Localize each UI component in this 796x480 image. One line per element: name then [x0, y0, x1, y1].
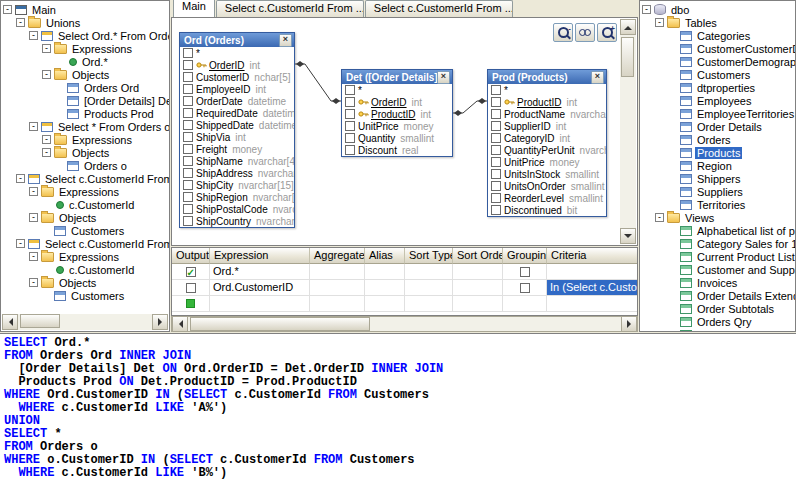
grid-horizontal-scrollbar[interactable] [171, 316, 638, 332]
field-checkbox[interactable] [491, 169, 501, 179]
design-canvas[interactable]: - + Ord (Orders)×*OrderIDintCustomerIDnc… [171, 17, 638, 246]
field-checkbox[interactable] [183, 180, 193, 190]
collapse-icon[interactable]: - [16, 18, 25, 27]
field-checkbox[interactable] [183, 132, 193, 142]
scrollbar-track[interactable] [18, 314, 152, 330]
scrollbar-thumb[interactable] [20, 314, 60, 328]
tree-item-current-product-list[interactable]: Current Product List [640, 250, 795, 263]
close-icon[interactable]: × [279, 34, 292, 47]
cell-alias[interactable] [365, 296, 405, 312]
tree-item-customers[interactable]: Customers [1, 224, 169, 237]
collapse-icon[interactable]: - [16, 239, 25, 248]
field-checkbox[interactable] [491, 157, 501, 167]
collapse-icon[interactable]: - [29, 31, 38, 40]
field-checkbox[interactable] [491, 205, 501, 215]
field-star[interactable]: * [342, 84, 452, 96]
field-unitprice[interactable]: UnitPricemoney [342, 120, 452, 132]
cell-criteria[interactable] [547, 296, 638, 312]
scroll-left-button[interactable] [2, 314, 18, 330]
field-orderdate[interactable]: OrderDatedatetime [180, 95, 294, 107]
scrollbar-track[interactable] [620, 35, 636, 228]
field-unitprice[interactable]: UnitPricemoney [488, 156, 606, 168]
field-orderid[interactable]: OrderIDint [180, 59, 294, 71]
tree-item-tables[interactable]: -Tables [640, 16, 795, 29]
collapse-icon[interactable]: - [29, 213, 38, 222]
table-card-header[interactable]: Prod (Products)× [488, 70, 606, 84]
field-checkbox[interactable] [491, 145, 501, 155]
field-star[interactable]: * [180, 47, 294, 59]
field-quantityperunit[interactable]: QuantityPerUnitnvarchar[20] [488, 144, 606, 156]
cell-grouping[interactable] [503, 280, 547, 296]
collapse-icon[interactable]: - [42, 135, 51, 144]
field-checkbox[interactable] [491, 121, 501, 131]
tree-item-orders-o[interactable]: Orders o [1, 159, 169, 172]
tree-item-alphabetical-list-of-produ[interactable]: Alphabetical list of produ... [640, 224, 795, 237]
tree-item-select-ord-from-orders-o[interactable]: -Select Ord.* From Orders O... [1, 29, 169, 42]
tree-item-categories[interactable]: Categories [640, 29, 795, 42]
column-header-sort-order[interactable]: Sort Order [453, 248, 503, 264]
cell-sort_type[interactable] [405, 296, 453, 312]
cell-sort_order[interactable] [453, 264, 503, 280]
tree-item-suppliers[interactable]: Suppliers [640, 185, 795, 198]
cell-grouping[interactable] [503, 296, 547, 312]
tree-item-unions[interactable]: -Unions [1, 16, 169, 29]
field-checkbox[interactable] [183, 192, 193, 202]
cell-alias[interactable] [365, 280, 405, 296]
tree-item-objects[interactable]: -Objects [1, 211, 169, 224]
field-checkbox[interactable] [183, 216, 193, 226]
close-icon[interactable]: × [437, 71, 450, 84]
output-checkbox-checked[interactable] [186, 267, 196, 277]
column-header-alias[interactable]: Alias [365, 248, 405, 264]
field-discontinued[interactable]: Discontinuedbit [488, 204, 606, 216]
tree-item-order-details-det[interactable]: [Order Details] Det [1, 94, 169, 107]
tree-item-orders-qry[interactable]: Orders Qry [640, 315, 795, 328]
cell-aggregate[interactable] [310, 280, 365, 296]
tree-item-dbo[interactable]: -dbo [640, 3, 795, 16]
field-requireddate[interactable]: RequiredDatedatetime [180, 107, 294, 119]
cell-output[interactable] [172, 296, 210, 312]
tree-item-expressions[interactable]: -Expressions [1, 133, 169, 146]
field-orderid[interactable]: OrderIDint [342, 96, 452, 108]
cell-alias[interactable] [365, 264, 405, 280]
field-unitsonorder[interactable]: UnitsOnOrdersmallint [488, 180, 606, 192]
tree-item-products[interactable]: Products [640, 146, 795, 159]
collapse-icon[interactable]: - [42, 70, 51, 79]
tree-item-dtproperties[interactable]: dtproperties [640, 81, 795, 94]
cell-grouping[interactable] [503, 264, 547, 280]
field-discount[interactable]: Discountreal [342, 144, 452, 156]
tree-item-invoices[interactable]: Invoices [640, 276, 795, 289]
field-checkbox[interactable] [345, 97, 355, 107]
column-header-grouping[interactable]: Grouping [503, 248, 547, 264]
field-shippeddate[interactable]: ShippedDatedatetime [180, 119, 294, 131]
field-productid[interactable]: ProductIDint [342, 108, 452, 120]
collapse-icon[interactable]: - [42, 148, 51, 157]
sql-editor[interactable]: SELECT Ord.*FROM Orders Ord INNER JOIN [… [0, 333, 796, 480]
scrollbar-track[interactable] [188, 317, 621, 331]
cell-sort_type[interactable] [405, 264, 453, 280]
column-header-output[interactable]: Output [172, 248, 210, 264]
tree-item-products-prod[interactable]: Products Prod [1, 107, 169, 120]
tree-item-order-subtotals[interactable]: Order Subtotals [640, 302, 795, 315]
column-header-expression[interactable]: Expression [210, 248, 310, 264]
tree-item-orders-ord[interactable]: Orders Ord [1, 81, 169, 94]
field-shipregion[interactable]: ShipRegionnvarchar[15] [180, 191, 294, 203]
tree-item-main[interactable]: -Main [1, 3, 169, 16]
field-checkbox[interactable] [491, 133, 501, 143]
collapse-icon[interactable]: - [3, 5, 12, 14]
field-employeeid[interactable]: EmployeeIDint [180, 83, 294, 95]
tree-item-expressions[interactable]: -Expressions [1, 250, 169, 263]
scrollbar-thumb[interactable] [190, 317, 370, 331]
column-header-sort-type[interactable]: Sort Type [405, 248, 453, 264]
field-shipaddress[interactable]: ShipAddressnvarchar[60] [180, 167, 294, 179]
field-checkbox[interactable] [183, 156, 193, 166]
left-panel-horizontal-scrollbar[interactable] [2, 314, 168, 330]
output-checkbox[interactable] [186, 283, 196, 293]
tab-select-c-customerid-from-1[interactable]: Select c.CustomerId From ... [216, 0, 364, 17]
scrollbar-thumb[interactable] [621, 37, 634, 77]
table-card-header[interactable]: Ord (Orders)× [180, 33, 294, 47]
collapse-icon[interactable]: - [29, 122, 38, 131]
scroll-right-button[interactable] [152, 314, 168, 330]
tree-item-views[interactable]: -Views [640, 211, 795, 224]
field-checkbox[interactable] [183, 204, 193, 214]
tree-item-expressions[interactable]: -Expressions [1, 42, 169, 55]
